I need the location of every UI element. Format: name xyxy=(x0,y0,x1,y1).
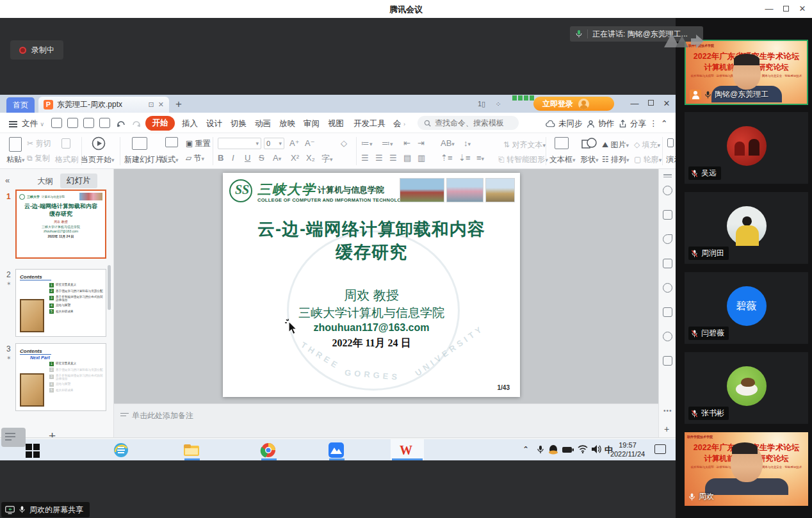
duplicate-slide-icon[interactable] xyxy=(663,259,672,268)
command-search[interactable] xyxy=(418,116,519,130)
slide-thumbnail-1[interactable]: 三峡大学 计算机与信息学院 云-边-端网络计算卸载和内容缓存研究 周欢 教授 三… xyxy=(15,190,106,259)
participant-tile-wuyuan[interactable]: 吴远 xyxy=(685,112,808,184)
beautify-rocket-icon[interactable] xyxy=(663,186,672,195)
save-icon[interactable] xyxy=(51,118,62,128)
search-input[interactable] xyxy=(435,118,512,127)
recording-badge[interactable]: 录制中 xyxy=(10,40,63,60)
strikethrough-icon[interactable]: S xyxy=(259,153,264,163)
bullets-icon[interactable]: ≔▾ xyxy=(361,138,373,148)
para-spacing-before-icon[interactable]: ⇡≡ xyxy=(441,153,452,163)
menu-insert[interactable]: 插入 xyxy=(182,118,198,129)
slide-thumbnail-3[interactable]: Contents Next Part 1研究背景及意义 2基于强化学习的计算卸载… xyxy=(15,343,106,411)
more-options-icon[interactable]: ⋮ xyxy=(649,118,658,128)
cut-button[interactable]: ✂ 剪切 xyxy=(27,138,51,149)
menu-design[interactable]: 设计 xyxy=(206,118,222,129)
grid-view-icon[interactable]: ⁘ xyxy=(492,98,505,109)
help-icon[interactable] xyxy=(663,283,672,293)
new-tab-button[interactable]: + xyxy=(175,98,182,111)
superscript-icon[interactable]: X² xyxy=(291,153,299,163)
reset-button[interactable]: ▣ 重置 xyxy=(186,138,211,149)
to-smartart-button[interactable]: ⎗ 转智能图形▾ xyxy=(498,154,548,165)
menu-review[interactable]: 审阅 xyxy=(304,118,320,129)
text-effects-icon[interactable]: 字▾ xyxy=(321,153,333,165)
menu-member[interactable]: 会 › xyxy=(393,118,405,129)
new-slide-button[interactable]: 新建幻灯片 xyxy=(124,154,163,165)
bold-icon[interactable]: B xyxy=(218,153,223,163)
chrome-browser-icon[interactable] xyxy=(260,442,277,458)
participant-tile-yanbiwei[interactable]: 碧薇 闫碧薇 xyxy=(685,272,808,344)
wps-taskbar-icon[interactable]: W xyxy=(400,442,416,458)
para-spacing-after-icon[interactable]: ⇣≡ xyxy=(459,153,470,163)
print-preview-icon[interactable] xyxy=(99,118,110,128)
tab-home[interactable]: 首页 xyxy=(6,97,35,113)
login-button[interactable]: 立即登录 xyxy=(533,97,614,111)
section-button[interactable]: ▱ 节▾ xyxy=(186,153,204,164)
font-color-icon[interactable]: A▾ xyxy=(273,153,281,163)
meeting-minimize-button[interactable]: — xyxy=(763,3,775,15)
shapes-button[interactable]: 形状▾ xyxy=(580,154,599,165)
tab-outline[interactable]: 大纲 xyxy=(37,176,53,187)
menu-home[interactable]: 开始 xyxy=(145,116,175,131)
shapes-icon[interactable] xyxy=(581,137,597,150)
menu-slideshow[interactable]: 放映 xyxy=(279,118,295,129)
tray-battery-icon[interactable] xyxy=(562,446,574,453)
rail-add-icon[interactable]: + xyxy=(664,424,669,434)
redo-icon[interactable] xyxy=(131,118,142,128)
tray-qq-icon[interactable] xyxy=(548,444,558,455)
export-pdf-icon[interactable] xyxy=(67,118,78,128)
image-tools-icon[interactable] xyxy=(663,307,672,317)
slide-thumbnail-2[interactable]: Contents 1研究背景及意义 2基于强化学习的计算卸载与资源分配 3基于多… xyxy=(15,269,106,337)
tray-speaker-icon[interactable] xyxy=(592,445,601,453)
decrease-font-icon[interactable]: A⁻ xyxy=(305,138,315,148)
font-size-select[interactable]: ▾ xyxy=(264,138,284,149)
participant-tile-zhouruntian[interactable]: 周润田 xyxy=(685,192,808,264)
meeting-close-button[interactable]: ✕ xyxy=(797,3,808,15)
menu-view[interactable]: 视图 xyxy=(328,118,344,129)
start-button[interactable] xyxy=(26,444,40,458)
ie-browser-icon[interactable] xyxy=(113,442,129,458)
menu-animation[interactable]: 动画 xyxy=(255,118,271,129)
layout-icon[interactable] xyxy=(165,137,178,147)
participant-tile-zhouhuan[interactable]: 软件学院技术学院 2022年广东省研究生学术论坛 计算机前沿技术研究论坛 联邦智… xyxy=(685,432,808,506)
reading-book-icon[interactable] xyxy=(663,356,672,366)
menu-file[interactable]: 文件 ∨ xyxy=(22,118,44,129)
layout-button[interactable]: 版式▾ xyxy=(160,154,179,165)
clear-format-icon[interactable]: ◇ xyxy=(341,138,347,148)
tab-document[interactable]: P 东莞理工-周欢.pptx ⊡ ✕ xyxy=(38,97,169,113)
distribute-icon[interactable]: ▥ xyxy=(418,153,425,163)
numbering-icon[interactable]: ≕▾ xyxy=(382,138,393,148)
format-painter-icon[interactable] xyxy=(61,138,70,149)
wps-minimize-button[interactable]: — xyxy=(628,97,642,110)
increase-font-icon[interactable]: A⁺ xyxy=(289,138,300,148)
tray-wifi-icon[interactable] xyxy=(578,445,588,453)
paste-button[interactable]: 粘贴▾ xyxy=(6,154,25,165)
format-painter-button[interactable]: 格式刷 xyxy=(55,154,78,165)
present-tools-icon[interactable] xyxy=(667,138,674,147)
hamburger-menu-icon[interactable] xyxy=(9,120,17,129)
meeting-maximize-button[interactable] xyxy=(780,3,792,15)
align-left-icon[interactable]: ☰ xyxy=(361,153,369,163)
wps-restore-button[interactable] xyxy=(644,97,658,110)
outline-button[interactable]: ▢ 轮廓▾ xyxy=(634,154,662,165)
tab-slides[interactable]: 幻灯片 xyxy=(60,174,97,188)
decrease-indent-icon[interactable]: ⇤ xyxy=(403,138,410,148)
underline-icon[interactable]: U xyxy=(245,153,250,163)
share-window-icon[interactable]: ⊡ xyxy=(149,101,154,109)
paste-icon[interactable] xyxy=(9,137,22,152)
textbox-icon[interactable] xyxy=(555,137,569,149)
justify-icon[interactable]: ▤ xyxy=(403,153,411,163)
menu-transition[interactable]: 切换 xyxy=(231,118,247,129)
window-layout-icon[interactable]: 1▯ xyxy=(475,98,488,109)
flash-pin-icon[interactable] xyxy=(663,332,672,341)
tray-expand-icon[interactable]: ⌃ xyxy=(523,445,529,454)
tencent-meeting-icon[interactable] xyxy=(328,442,345,458)
notification-center-icon[interactable] xyxy=(654,444,666,454)
picture-button[interactable]: ⛰ 图片▾ xyxy=(602,140,629,150)
file-explorer-icon[interactable] xyxy=(183,442,200,458)
close-tab-icon[interactable]: ✕ xyxy=(158,101,164,109)
menu-devtools[interactable]: 开发工具 xyxy=(353,118,386,129)
print-icon[interactable] xyxy=(83,118,94,128)
align-right-icon[interactable]: ☰ xyxy=(389,153,397,163)
wps-close-button[interactable]: ✕ xyxy=(660,97,674,110)
copy-button[interactable]: ⧉ 复制 xyxy=(27,153,50,164)
